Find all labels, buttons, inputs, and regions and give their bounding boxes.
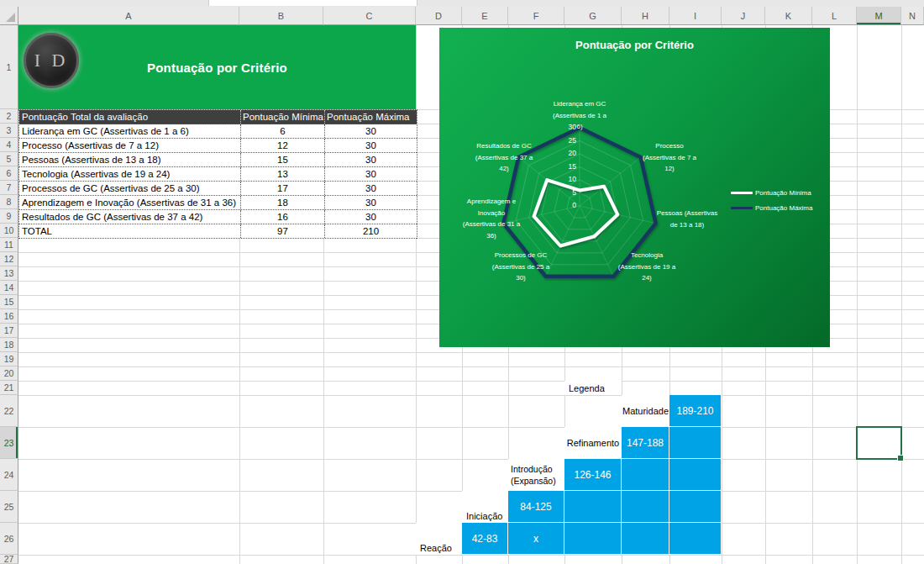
score-table: Pontuação Total da avaliaçãoPontuação Mí… [18,109,417,239]
table-header-criteria[interactable]: Pontuação Total da avaliação [19,110,240,124]
row-header-23[interactable]: 23 [0,427,18,459]
row-header-14[interactable]: 14 [0,281,18,295]
staircase-label[interactable]: Introdução (Expansão) [508,459,564,491]
table-cell-label[interactable]: Processos de GC (Assertivas de 25 a 30) [19,182,240,195]
column-header-I[interactable]: I [669,7,722,25]
column-header-D[interactable]: D [416,7,462,25]
staircase-cell[interactable]: 126-146 [564,459,622,491]
table-cell-label[interactable]: Aprendizagem e Inovação (Assertivas de 3… [19,196,240,209]
staircase-label[interactable]: Reação [416,523,462,555]
row-header-19[interactable]: 19 [0,352,18,366]
staircase-cell[interactable] [669,523,722,555]
row-header-18[interactable]: 18 [0,338,18,352]
table-cell-label[interactable]: Liderança em GC (Assertivas de 1 a 6) [19,124,240,138]
table-cell-min[interactable]: 97 [240,224,324,238]
row-header-27[interactable]: 27 [0,555,18,564]
column-header-H[interactable]: H [622,7,669,25]
table-cell-min[interactable]: 12 [240,139,324,152]
row-header-10[interactable]: 10 [0,224,18,238]
staircase-label[interactable]: Iniciação [462,491,508,523]
column-header-F[interactable]: F [508,7,564,25]
row-header-13[interactable]: 13 [0,266,18,281]
table-cell-label[interactable]: Tecnologia (Assertivas de 19 a 24) [19,167,240,181]
staircase-cell[interactable] [564,523,622,555]
column-header-E[interactable]: E [462,7,508,25]
staircase-cell[interactable] [622,459,669,491]
table-cell-max[interactable]: 30 [324,153,417,166]
staircase-cell[interactable] [564,491,622,523]
row-header-24[interactable]: 24 [0,459,18,491]
table-row: TOTAL97210 [19,224,417,239]
table-cell-min[interactable]: 15 [240,153,324,166]
fill-handle[interactable] [897,455,904,461]
column-header-L[interactable]: L [812,7,857,25]
table-cell-label[interactable]: Processo (Assertivas de 7 a 12) [19,139,240,152]
staircase-title[interactable]: Legenda [564,381,622,395]
staircase-cell[interactable] [622,491,669,523]
radar-chart[interactable]: 302520151050 Pontuação por Critério Lide… [439,28,830,347]
row-header-11[interactable]: 11 [0,238,18,252]
selected-cell-M23[interactable] [856,426,902,460]
row-header-1[interactable]: 1 [0,25,18,109]
row-header-3[interactable]: 3 [0,124,18,138]
column-header-C[interactable]: C [323,7,416,25]
table-cell-min[interactable]: 13 [240,167,324,181]
column-header-K[interactable]: K [765,7,812,25]
row-header-20[interactable]: 20 [0,366,18,381]
staircase-cell[interactable] [669,459,722,491]
chart-legend-item[interactable]: Pontuação Máxima [731,204,812,211]
table-cell-max[interactable]: 30 [324,196,417,209]
column-header-M[interactable]: M [857,7,901,25]
staircase-cell[interactable]: 84-125 [508,491,564,523]
row-header-25[interactable]: 25 [0,491,18,523]
row-header-12[interactable]: 12 [0,252,18,266]
table-cell-max[interactable]: 30 [324,167,417,181]
staircase-cell[interactable] [669,427,722,459]
row-header-6[interactable]: 6 [0,166,18,181]
column-header-N[interactable]: N [901,7,924,25]
table-cell-min[interactable]: 16 [240,210,324,224]
gridline [18,395,924,396]
column-header-B[interactable]: B [239,7,323,25]
table-cell-max[interactable]: 30 [324,182,417,195]
row-header-15[interactable]: 15 [0,295,18,309]
table-cell-label[interactable]: TOTAL [19,224,240,238]
row-header-7[interactable]: 7 [0,181,18,195]
row-header-2[interactable]: 2 [0,109,18,124]
table-cell-min[interactable]: 17 [240,182,324,195]
table-cell-max[interactable]: 30 [324,210,417,224]
staircase-label[interactable]: Refinamento [564,427,622,459]
staircase-cell[interactable]: x [508,523,564,555]
column-header-J[interactable]: J [722,7,765,25]
row-header-21[interactable]: 21 [0,381,18,395]
table-cell-max[interactable]: 30 [324,124,417,138]
table-cell-max[interactable]: 30 [324,139,417,152]
row-header-9[interactable]: 9 [0,209,18,224]
row-header-17[interactable]: 17 [0,324,18,338]
column-header-G[interactable]: G [564,7,622,25]
row-header-22[interactable]: 22 [0,395,18,427]
table-cell-min[interactable]: 6 [240,124,324,138]
staircase-cell[interactable] [669,491,722,523]
row-header-5[interactable]: 5 [0,152,18,166]
staircase-cell[interactable] [622,523,669,555]
staircase-label[interactable]: Maturidade [622,395,669,427]
row-header-4[interactable]: 4 [0,138,18,152]
row-header-26[interactable]: 26 [0,523,18,555]
svg-text:25: 25 [569,136,577,145]
table-header-min[interactable]: Pontuação Mínima [240,110,324,124]
chart-legend-item[interactable]: Pontuação Mínima [731,189,811,196]
table-cell-label[interactable]: Pessoas (Assertivas de 13 a 18) [19,153,240,166]
formula-bar-fragment[interactable] [208,0,417,6]
staircase-cell[interactable]: 42-83 [462,523,508,555]
table-cell-min[interactable]: 18 [240,196,324,209]
table-cell-label[interactable]: Resultados de GC (Assertivas de 37 a 42) [19,210,240,224]
table-header-max[interactable]: Pontuação Máxima [324,110,417,124]
staircase-cell[interactable]: 147-188 [622,427,669,459]
column-header-A[interactable]: A [18,7,239,25]
row-header-8[interactable]: 8 [0,195,18,209]
table-cell-max[interactable]: 210 [324,224,417,238]
row-header-16[interactable]: 16 [0,309,18,324]
select-all-corner[interactable] [0,7,18,25]
staircase-cell[interactable]: 189-210 [669,395,722,427]
